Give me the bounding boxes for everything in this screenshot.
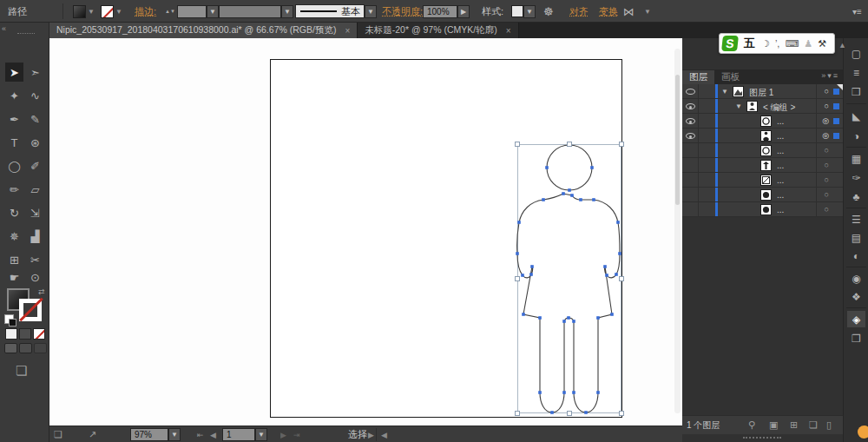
visibility-toggle[interactable] <box>686 133 695 139</box>
layer-row[interactable]: ▼ < 编组 > ○ <box>682 99 843 114</box>
draw-inside-mode[interactable] <box>34 343 47 353</box>
artboard-tool[interactable]: ⊞ <box>5 250 23 269</box>
eraser-tool[interactable]: ▱ <box>26 180 44 199</box>
zoom-tool[interactable]: ⊙ <box>26 267 44 287</box>
color-panel-icon[interactable]: ◑ <box>847 128 865 144</box>
target-circle[interactable]: ○ <box>825 146 829 155</box>
close-icon[interactable]: × <box>506 26 511 36</box>
rotate-tool[interactable]: ↻ <box>5 203 23 222</box>
tab-artboards[interactable]: 画板 <box>714 70 746 84</box>
path-name[interactable]: ... <box>777 161 784 170</box>
launch-bridge-icon[interactable]: ❏ <box>54 426 62 442</box>
prev-artboard-icon[interactable]: ◀ <box>210 426 216 442</box>
layer-name[interactable]: 图层 1 <box>749 87 773 99</box>
panel-menu-icon[interactable]: ▾≡ <box>852 0 862 23</box>
opacity-input[interactable]: 100% <box>423 5 457 18</box>
screen-mode-icon[interactable]: ❏ <box>16 363 27 379</box>
user-icon[interactable]: ♟ <box>804 38 812 49</box>
align-panel-icon[interactable]: ≡ <box>847 64 865 81</box>
default-fill-stroke-icon[interactable] <box>4 314 14 324</box>
visibility-toggle[interactable] <box>686 103 695 109</box>
path-name[interactable]: ... <box>777 175 784 185</box>
layer-row[interactable]: ▼ 图层 1 ○ <box>682 84 843 99</box>
selection-indicator[interactable] <box>833 133 839 139</box>
graphic-styles-panel-icon[interactable]: ❖ <box>847 288 865 305</box>
type-tool[interactable]: T <box>5 133 23 152</box>
target-circle[interactable]: ○ <box>825 102 829 110</box>
close-icon[interactable]: × <box>345 26 350 36</box>
transform-panel-icon[interactable]: ▢ <box>847 45 865 62</box>
target-circle[interactable]: ○ <box>825 87 829 96</box>
gradient-button[interactable] <box>19 328 31 340</box>
pathfinder-panel-icon[interactable]: ❒ <box>847 83 865 100</box>
new-sublayer-icon[interactable]: ⊞ <box>790 419 798 431</box>
direct-selection-tool[interactable]: ➣ <box>26 63 44 82</box>
path-name[interactable]: ... <box>777 116 784 126</box>
canvas[interactable] <box>49 38 682 426</box>
artboard[interactable] <box>271 60 622 418</box>
stroke-weight-dropdown[interactable]: ▼ <box>207 5 219 18</box>
wrench-icon[interactable]: ⚒ <box>818 38 826 49</box>
target-circle[interactable]: ○ <box>825 175 829 184</box>
panel-menu-icon[interactable]: »▾≡ <box>821 71 839 80</box>
delete-layer-icon[interactable]: ▯ <box>826 419 832 431</box>
locate-object-icon[interactable]: ⚲ <box>748 419 755 431</box>
none-button[interactable] <box>33 328 45 340</box>
ime-mode-label[interactable]: 五 <box>744 36 755 51</box>
chevron-down-icon[interactable]: ▼ <box>88 8 95 16</box>
pen-tool[interactable]: ✒ <box>5 109 23 129</box>
fill-color-swatch[interactable] <box>73 5 86 18</box>
artboard-nav-input[interactable]: 1 <box>222 428 255 441</box>
expand-icon[interactable]: ▼ <box>721 88 728 96</box>
selection-tool[interactable]: ➤ <box>5 63 23 82</box>
collapse-panel-icon[interactable]: « <box>2 24 6 33</box>
artboards-panel-icon[interactable]: ❐ <box>847 330 865 346</box>
vertical-scrollbar[interactable] <box>674 49 681 413</box>
chevron-left-icon[interactable]: ◀ <box>381 426 387 442</box>
target-circle[interactable]: ○ <box>825 190 829 199</box>
layers-panel-icon[interactable]: ◈ <box>847 311 865 327</box>
ime-collapse-icon[interactable]: ▲ <box>838 41 846 49</box>
document-setup-icon[interactable]: ☸ <box>543 0 554 23</box>
group-name[interactable]: < 编组 > <box>763 102 795 114</box>
draw-behind-mode[interactable] <box>19 343 32 353</box>
brush-definition[interactable]: 基本 <box>295 4 365 18</box>
layer-row[interactable]: ... ○ <box>682 158 843 173</box>
new-layer-icon[interactable]: ❏ <box>809 419 818 431</box>
selection-indicator[interactable] <box>833 118 839 124</box>
magic-wand-tool[interactable]: ✦ <box>5 86 23 105</box>
scrollbar-thumb[interactable] <box>675 75 680 205</box>
profile-dropdown[interactable]: ▼ <box>281 5 293 18</box>
keyboard-icon[interactable]: ⌨ <box>785 38 799 49</box>
paintbrush-tool[interactable]: ✐ <box>26 156 44 175</box>
layer-row[interactable]: ... ◎ <box>682 114 843 129</box>
pencil-tool[interactable]: ✏ <box>5 180 23 199</box>
stroke-color-swatch[interactable] <box>101 5 114 18</box>
swatches-panel-icon[interactable]: ▦ <box>847 150 865 167</box>
target-circle[interactable]: ○ <box>825 205 829 214</box>
shapes-tool[interactable]: ⊛ <box>26 133 44 152</box>
layer-row[interactable]: ... ○ <box>682 143 843 158</box>
style-swatch[interactable] <box>511 5 523 17</box>
gradient-mesh-panel-icon[interactable]: ◣ <box>847 108 865 124</box>
path-name[interactable]: ... <box>777 146 784 155</box>
chevron-right-icon[interactable]: ▶ <box>368 426 374 442</box>
document-tab-active[interactable]: 未标题-20* @ 97% (CMYK/轮廓)× <box>358 23 518 38</box>
chevron-down-icon[interactable]: ▼ <box>644 0 651 23</box>
share-icon[interactable]: ↗ <box>89 426 96 442</box>
curvature-tool[interactable]: ✎ <box>26 109 44 129</box>
stroke-panel-icon[interactable]: ☰ <box>847 211 865 228</box>
punctuation-icon[interactable]: ’, <box>775 38 780 49</box>
layer-row[interactable]: ... ○ <box>682 188 843 202</box>
brush-dropdown[interactable]: ▼ <box>365 5 377 18</box>
gradient-panel-icon[interactable]: ▤ <box>847 229 865 246</box>
hand-tool[interactable]: ☛ <box>5 267 23 287</box>
align-link[interactable]: 对齐 <box>569 0 589 23</box>
shear-icon[interactable]: ⋈ <box>623 0 635 23</box>
appearance-panel-icon[interactable]: ◉ <box>847 270 865 287</box>
panel-grip[interactable] <box>17 33 35 36</box>
color-button[interactable] <box>5 328 17 340</box>
visibility-toggle[interactable] <box>686 89 695 95</box>
stroke-weight-stepper[interactable]: ▲▼ <box>165 9 175 14</box>
symbol-sprayer-tool[interactable]: ✵ <box>5 227 23 246</box>
